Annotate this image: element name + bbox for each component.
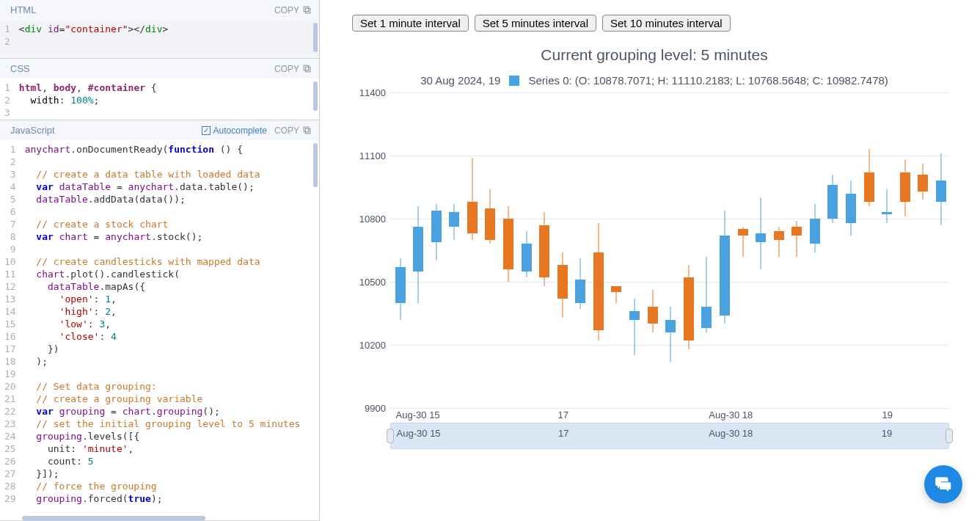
code-area-js[interactable]: 1234567891011121314151617181920212223242… xyxy=(0,140,319,520)
gutter: 12 xyxy=(0,20,15,58)
y-tick: 10500 xyxy=(359,277,386,288)
candlesticks xyxy=(390,92,949,408)
copy-button-html[interactable]: COPY xyxy=(274,5,312,15)
legend-series: Series 0: (O: 10878.7071; H: 11110.2183;… xyxy=(528,74,888,87)
chart-plot[interactable]: 11400111001080010500102009900 Aug-30 151… xyxy=(390,92,949,423)
svg-rect-3 xyxy=(304,65,309,70)
chart-legend: 30 Aug 2024, 19 Series 0: (O: 10878.7071… xyxy=(352,74,957,87)
x-tick: Aug-30 15 xyxy=(396,409,440,420)
svg-rect-0 xyxy=(305,8,310,12)
check-icon: ✓ xyxy=(202,126,211,135)
scrollbar-v[interactable] xyxy=(313,81,318,111)
y-tick: 10200 xyxy=(359,340,386,351)
autocomplete-toggle[interactable]: ✓ Autocomplete xyxy=(202,125,267,136)
code-js: anychart.onDocumentReady(function () { /… xyxy=(21,140,319,520)
scrollbar-v[interactable] xyxy=(313,143,318,187)
code-area-css[interactable]: 123 html, body, #container { width: 100%… xyxy=(0,79,319,120)
pane-html: HTML COPY 12 <div id="container"></div> xyxy=(0,0,319,59)
pane-header-js: JavaScript ✓ Autocomplete COPY xyxy=(0,120,319,140)
pane-header-html: HTML COPY xyxy=(0,0,319,20)
scrollbar-h[interactable] xyxy=(22,516,205,520)
code-html: <div id="container"></div> xyxy=(15,20,319,58)
pane-header-css: CSS COPY xyxy=(0,59,319,79)
svg-rect-1 xyxy=(304,7,309,12)
set-1min-button[interactable]: Set 1 minute interval xyxy=(352,15,469,32)
x-tick: Aug-30 18 xyxy=(709,409,753,420)
editor-panel: HTML COPY 12 <div id="container"></div> … xyxy=(0,0,320,521)
copy-label: COPY xyxy=(274,64,299,74)
svg-rect-4 xyxy=(305,128,310,134)
copy-label: COPY xyxy=(274,125,299,136)
chart-scroller[interactable]: Aug-30 1517Aug-30 1819 xyxy=(390,423,949,449)
scroller-selection[interactable] xyxy=(391,423,948,448)
scrollbar-v[interactable] xyxy=(313,23,318,52)
set-10min-button[interactable]: Set 10 minutes interval xyxy=(602,15,731,32)
app-root: HTML COPY 12 <div id="container"></div> … xyxy=(0,0,980,521)
svg-rect-5 xyxy=(304,127,309,132)
legend-date: 30 Aug 2024, 19 xyxy=(420,74,500,87)
y-tick: 9900 xyxy=(365,403,386,414)
code-css: html, body, #container { width: 100%; xyxy=(15,79,319,120)
scroller-tick: Aug-30 18 xyxy=(709,428,753,439)
scroller-handle-left[interactable] xyxy=(387,429,394,443)
x-tick: 19 xyxy=(882,409,893,420)
y-axis: 11400111001080010500102009900 xyxy=(352,92,389,408)
autocomplete-label: Autocomplete xyxy=(213,125,267,136)
interval-buttons: Set 1 minute interval Set 5 minutes inte… xyxy=(352,15,957,32)
svg-rect-2 xyxy=(305,67,310,72)
scroller-tick: 19 xyxy=(882,428,892,439)
scroller-tick: Aug-30 15 xyxy=(397,428,441,439)
chart-title: Current grouping level: 5 minutes xyxy=(352,46,957,64)
copy-button-js[interactable]: COPY xyxy=(274,125,312,136)
pane-js: JavaScript ✓ Autocomplete COPY 123456789… xyxy=(0,120,319,521)
pane-title-js: JavaScript xyxy=(10,125,55,136)
preview-panel: Set 1 minute interval Set 5 minutes inte… xyxy=(320,0,980,521)
scroller-handle-right[interactable] xyxy=(946,429,953,443)
pane-css: CSS COPY 123 html, body, #container { wi… xyxy=(0,59,319,120)
copy-icon xyxy=(302,64,312,73)
copy-label: COPY xyxy=(274,5,299,15)
gutter: 1234567891011121314151617181920212223242… xyxy=(0,140,21,520)
x-axis: Aug-30 1517Aug-30 1819 xyxy=(390,408,949,423)
scroller-tick: 17 xyxy=(558,428,568,439)
code-area-html[interactable]: 12 <div id="container"></div> xyxy=(0,20,319,58)
pane-title-css: CSS xyxy=(10,63,30,74)
legend-swatch xyxy=(509,76,519,86)
copy-icon xyxy=(302,5,312,15)
y-tick: 11400 xyxy=(359,87,386,98)
x-tick: 17 xyxy=(558,409,568,420)
chat-button[interactable] xyxy=(924,465,962,503)
pane-title-html: HTML xyxy=(10,4,36,15)
copy-button-css[interactable]: COPY xyxy=(274,64,312,74)
y-tick: 11100 xyxy=(359,150,386,161)
chat-icon xyxy=(934,475,953,494)
copy-icon xyxy=(302,125,312,135)
set-5min-button[interactable]: Set 5 minutes interval xyxy=(475,15,596,32)
gutter: 123 xyxy=(0,79,15,120)
y-tick: 10800 xyxy=(359,214,386,225)
